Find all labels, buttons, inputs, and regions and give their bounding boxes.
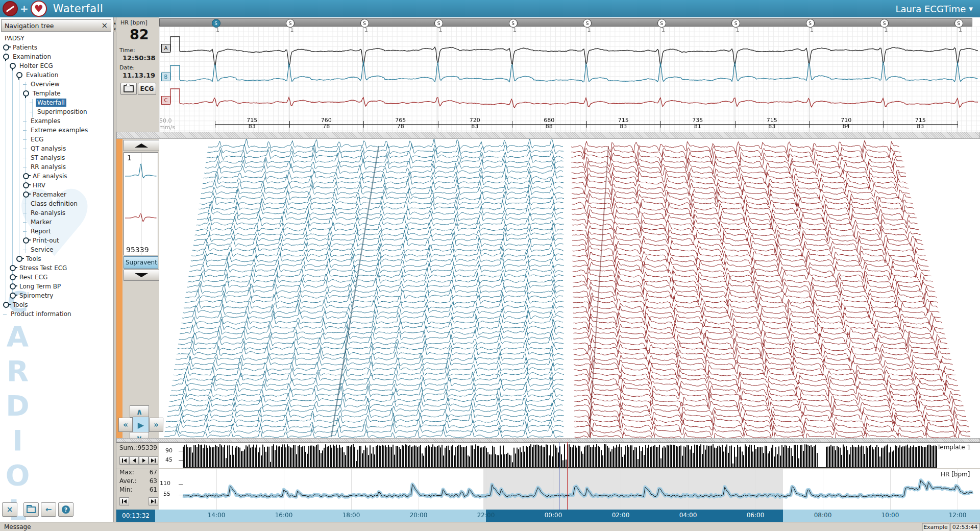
tree-item-label: Re-analysis <box>29 209 67 217</box>
tree-node-icon <box>3 44 9 51</box>
waterfall-scrollbar[interactable] <box>116 438 980 442</box>
template-next-button[interactable] <box>124 270 159 281</box>
beat-class-label: 1 <box>810 27 814 33</box>
folder-up-button[interactable] <box>23 502 39 517</box>
time-axis-label: 10:00 <box>881 512 899 519</box>
help-button[interactable]: ? <box>58 502 74 517</box>
lead-badge-a[interactable]: A <box>161 44 170 53</box>
tree-leaf-dash <box>23 250 27 250</box>
user-menu[interactable]: Laura ECGTime ▼ <box>895 4 973 14</box>
template-preview[interactable]: 1 95339 <box>124 152 158 255</box>
aver-value: 63 <box>150 477 157 485</box>
date-value: 11.13.19 <box>122 71 155 79</box>
tree-item-label: Superimposition <box>36 108 89 116</box>
tree-item-marker[interactable]: Marker <box>23 218 53 227</box>
go-last-button[interactable] <box>149 456 158 465</box>
tree-item-qt-analysis[interactable]: QT analysis <box>23 144 67 153</box>
ecg-strip-canvas[interactable] <box>159 17 980 132</box>
tree-item-label: Tools <box>11 301 30 309</box>
print-button[interactable] <box>120 83 137 95</box>
play-button[interactable]: ▶ <box>133 417 149 433</box>
tree-item-rr-analysis[interactable]: RR analysis <box>23 162 67 172</box>
tree-item-st-analysis[interactable]: ST analysis <box>23 153 66 162</box>
beat-marker-ruler[interactable]: SSSSSSSSSSS <box>159 18 972 27</box>
tree-item-print-out[interactable]: Print-out <box>23 236 61 245</box>
tree-item-tools[interactable]: Tools <box>3 300 30 309</box>
tree-item-re-analysis[interactable]: Re-analysis <box>23 208 67 218</box>
close-view-button[interactable]: × <box>2 502 17 517</box>
tree-item-pacemaker[interactable]: Pacemaker <box>23 190 68 199</box>
tree-item-label: Overview <box>29 80 61 88</box>
time-axis-label: 12:00 <box>949 512 967 519</box>
tree-node-icon <box>23 182 29 188</box>
gauge-logo-icon <box>3 1 18 16</box>
beat-class-button[interactable]: Supravent <box>124 256 158 269</box>
strip-scrollbar[interactable] <box>116 132 980 139</box>
tree-item-spirometry[interactable]: Spirometry <box>10 291 55 300</box>
tree-item-report[interactable]: Report <box>23 227 53 236</box>
tree-guide <box>19 73 19 262</box>
template-histogram-canvas[interactable] <box>159 443 980 468</box>
scroll-up-button[interactable]: ∧ <box>130 405 149 418</box>
tree-node-icon <box>16 256 22 262</box>
tree-item-long-term-bp[interactable]: Long Term BP <box>10 282 62 291</box>
tree-item-hrv[interactable]: HRV <box>23 181 47 190</box>
ecg-button[interactable]: ECG <box>138 83 156 95</box>
tree-item-examples[interactable]: Examples <box>23 116 62 126</box>
template-preview-canvas <box>124 153 158 255</box>
close-icon[interactable]: × <box>101 22 108 30</box>
hr-trend-canvas[interactable] <box>159 469 980 510</box>
trend-last-button[interactable] <box>149 497 158 505</box>
lead-badge-c[interactable]: C <box>161 96 170 105</box>
step-forward-button[interactable] <box>139 456 149 465</box>
interval-tick <box>363 121 364 128</box>
tree-item-extreme-examples[interactable]: Extreme examples <box>23 126 89 135</box>
tree-item-template[interactable]: Template <box>23 89 62 98</box>
tree-item-stress-test-ecg[interactable]: Stress Test ECG <box>10 263 68 273</box>
interval-tick <box>438 121 438 128</box>
rr-bpm: 81 <box>680 124 716 130</box>
tree-item-superimposition[interactable]: Superimposition <box>30 107 89 116</box>
trend-first-button[interactable] <box>119 497 129 505</box>
tree-item-product-information[interactable]: Product information <box>3 309 73 319</box>
tree-item-service[interactable]: Service <box>23 245 55 254</box>
scroll-right-button[interactable]: » <box>149 418 163 432</box>
tree-item-rest-ecg[interactable]: Rest ECG <box>10 273 49 282</box>
tree-item-label: Stress Test ECG <box>18 264 68 272</box>
tree-item-padsy[interactable]: PADSY <box>3 34 26 43</box>
position-cursor-blue[interactable] <box>559 442 559 510</box>
lead-badge-b[interactable]: B <box>161 73 170 81</box>
tree-item-ecg[interactable]: ECG <box>23 135 45 144</box>
tree-item-af-analysis[interactable]: AF analysis <box>23 172 69 181</box>
beat-class-label: 1 <box>216 27 219 33</box>
tree-item-label: PADSY <box>3 34 26 42</box>
time-selection-range[interactable] <box>486 510 783 522</box>
scroll-left-button[interactable]: « <box>118 418 133 432</box>
interval-tick <box>512 121 512 128</box>
tree-item-overview[interactable]: Overview <box>23 80 61 89</box>
back-button[interactable]: ← <box>41 502 56 517</box>
waterfall-canvas[interactable] <box>159 139 980 438</box>
rr-bpm: 83 <box>234 124 270 130</box>
tree-item-label: Pacemaker <box>31 190 68 199</box>
tree-item-label: AF analysis <box>31 172 69 180</box>
tree-item-patients[interactable]: Patients <box>3 43 39 52</box>
position-cursor-red[interactable] <box>567 442 568 510</box>
tree-item-examination[interactable]: Examination <box>3 52 53 61</box>
rr-bpm: 78 <box>383 124 419 130</box>
tree-node-icon <box>23 173 29 179</box>
tree-node-icon <box>10 63 16 69</box>
tree-item-evaluation[interactable]: Evaluation <box>16 70 60 80</box>
time-axis[interactable]: 00:13:32 14:0016:0018:0020:0022:0000:000… <box>116 510 980 522</box>
rr-interval-value: 68088 <box>531 117 567 130</box>
tree-item-holter-ecg[interactable]: Holter ECG <box>10 61 55 70</box>
go-first-button[interactable] <box>119 456 129 465</box>
hr-tick-110: 110 <box>158 480 170 487</box>
tree-item-tools[interactable]: Tools <box>16 254 43 263</box>
tree-item-class-definition[interactable]: Class definition <box>23 199 79 208</box>
rr-interval-value: 73581 <box>680 117 716 130</box>
step-back-button[interactable] <box>129 456 139 465</box>
template-prev-button[interactable] <box>124 140 159 151</box>
tree-item-waterfall[interactable]: Waterfall <box>30 98 66 107</box>
time-axis-label: 16:00 <box>275 512 293 519</box>
